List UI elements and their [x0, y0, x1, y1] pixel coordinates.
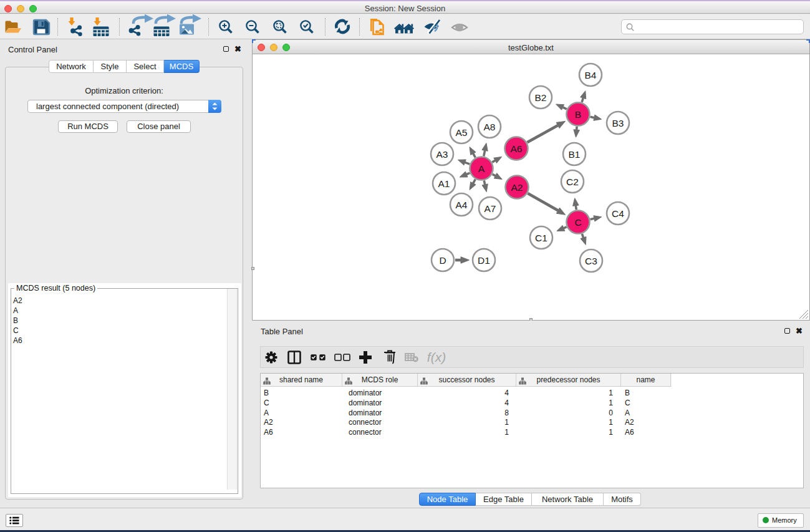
svg-text:B: B	[575, 109, 581, 120]
svg-text:D: D	[439, 255, 446, 266]
svg-text:A5: A5	[456, 127, 468, 138]
svg-text:A7: A7	[485, 203, 496, 214]
svg-text:A: A	[478, 163, 485, 174]
svg-text:A2: A2	[511, 182, 523, 193]
svg-text:C1: C1	[535, 233, 547, 243]
svg-text:C3: C3	[585, 256, 597, 266]
svg-text:C2: C2	[566, 177, 579, 187]
svg-text:f(x): f(x)	[427, 350, 446, 364]
svg-text:A1: A1	[438, 178, 450, 189]
svg-text:A6: A6	[511, 143, 523, 154]
svg-text:C4: C4	[612, 208, 624, 219]
svg-text:A8: A8	[484, 122, 496, 132]
svg-text:C: C	[574, 217, 581, 228]
svg-text:B3: B3	[612, 118, 624, 128]
svg-text:D1: D1	[478, 255, 490, 266]
svg-text:B4: B4	[585, 70, 597, 80]
svg-text:B2: B2	[535, 92, 547, 103]
svg-text:A4: A4	[456, 200, 468, 210]
svg-text:A3: A3	[436, 149, 448, 160]
svg-text:B1: B1	[569, 149, 581, 160]
